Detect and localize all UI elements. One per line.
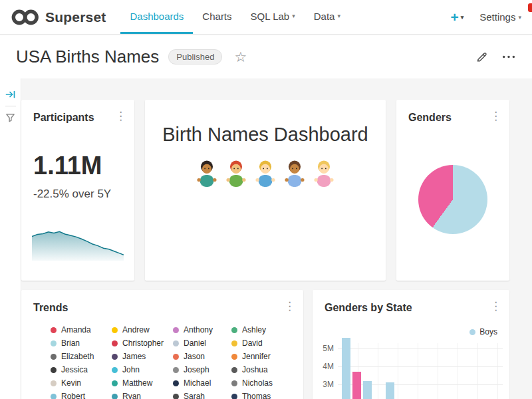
legend-item[interactable]: Ryan xyxy=(112,390,173,399)
state-bar xyxy=(363,381,372,399)
kebab-menu-icon[interactable]: ⋮ xyxy=(284,301,295,312)
legend-label: Boys xyxy=(479,327,497,336)
chevron-down-icon: ▾ xyxy=(292,13,295,19)
markdown-card: Birth Names Dashboard xyxy=(145,100,386,281)
legend-item[interactable]: David xyxy=(231,336,287,350)
legend-label: James xyxy=(122,352,146,361)
chart-title: Genders by State xyxy=(325,302,412,314)
legend-item[interactable]: Nicholas xyxy=(231,376,287,390)
y-tick: 4M xyxy=(319,362,334,371)
trend-subheader: -22.5% over 5Y xyxy=(33,188,111,201)
legend-item[interactable]: Jason xyxy=(173,350,231,363)
legend-item[interactable]: Michael xyxy=(173,376,231,390)
legend-item[interactable]: Daniel xyxy=(173,336,231,350)
trends-card: Trends ⋮ AmandaAndrewAnthonyAshleyBrianC… xyxy=(21,290,303,399)
legend-label: Jennifer xyxy=(242,352,271,361)
legend-label: Jessica xyxy=(61,365,88,374)
legend-label: Joshua xyxy=(242,365,268,374)
legend-dot xyxy=(173,340,179,346)
legend-item[interactable]: Sarah xyxy=(173,390,231,399)
top-navbar: Superset Dashboards Charts SQL Lab ▾ Dat… xyxy=(0,0,532,35)
markdown-title: Birth Names Dashboard xyxy=(145,124,386,146)
navbar-right: + ▾ Settings ▾ xyxy=(450,0,521,34)
legend-item[interactable]: Thomas xyxy=(231,390,287,399)
legend-dot xyxy=(51,354,57,360)
legend-dot xyxy=(51,394,57,399)
chart-title: Participants xyxy=(33,112,94,124)
legend-item[interactable]: Anthony xyxy=(173,323,231,336)
expand-filter-bar-icon[interactable] xyxy=(5,89,16,100)
legend-item[interactable]: Ashley xyxy=(231,323,287,336)
settings-label: Settings xyxy=(479,11,515,23)
state-bar xyxy=(386,382,394,399)
nav-label: SQL Lab xyxy=(251,11,290,22)
favorite-star-icon[interactable]: ☆ xyxy=(234,49,247,65)
legend-item[interactable]: Christopher xyxy=(112,336,173,350)
legend-item[interactable]: John xyxy=(112,363,173,376)
legend-label: Ashley xyxy=(242,325,266,334)
legend-dot xyxy=(112,340,118,346)
legend-label: Elizabeth xyxy=(61,352,94,361)
legend-item[interactable]: Robert xyxy=(51,390,112,399)
superset-infinity-icon xyxy=(11,8,40,27)
legend-label: Ryan xyxy=(122,392,141,399)
gridline xyxy=(338,366,503,367)
legend-item[interactable]: Andrew xyxy=(112,323,173,336)
legend-label: John xyxy=(122,365,140,374)
gridline xyxy=(398,343,398,399)
legend-item[interactable]: Jennifer xyxy=(231,350,287,363)
children-figures xyxy=(145,159,386,190)
main-nav: Dashboards Charts SQL Lab ▾ Data ▾ xyxy=(120,0,349,34)
kebab-menu-icon[interactable]: ⋮ xyxy=(490,301,501,312)
legend-label: Andrew xyxy=(122,325,150,334)
gridline xyxy=(438,343,438,399)
legend-item[interactable]: Elizabeth xyxy=(51,350,112,363)
big-number-value: 1.11M xyxy=(33,152,102,180)
edit-dashboard-icon[interactable] xyxy=(475,51,488,63)
gridline xyxy=(477,343,478,399)
legend-item[interactable]: Kevin xyxy=(51,376,112,390)
settings-menu[interactable]: Settings ▾ xyxy=(479,11,521,23)
legend-dot xyxy=(112,327,118,333)
legend-item[interactable]: Brian xyxy=(51,336,112,350)
kebab-menu-icon[interactable]: ⋮ xyxy=(115,110,126,122)
child-figure-icon xyxy=(282,159,307,190)
filter-icon[interactable] xyxy=(5,112,15,122)
child-figure-icon xyxy=(311,159,336,190)
legend-label: Brian xyxy=(61,338,80,348)
legend-dot xyxy=(112,367,118,373)
legend-item[interactable]: Jessica xyxy=(51,363,112,376)
legend-dot xyxy=(173,367,179,373)
nav-dashboards[interactable]: Dashboards xyxy=(120,0,193,34)
legend-label: Anthony xyxy=(184,325,213,334)
legend-item[interactable]: Joseph xyxy=(173,363,231,376)
legend-label: Nicholas xyxy=(242,378,273,388)
legend-item[interactable]: Amanda xyxy=(51,323,112,336)
nav-charts[interactable]: Charts xyxy=(193,0,241,34)
legend-label: Robert xyxy=(61,392,85,399)
gridline xyxy=(458,343,458,399)
new-item-button[interactable]: + ▾ xyxy=(450,9,464,25)
nav-label: Charts xyxy=(202,11,231,22)
legend-dot xyxy=(173,354,179,360)
legend-item[interactable]: James xyxy=(112,350,173,363)
nav-data[interactable]: Data ▾ xyxy=(305,0,350,34)
kebab-menu-icon[interactable]: ⋮ xyxy=(490,110,501,122)
legend-item[interactable]: Joshua xyxy=(231,363,287,376)
legend-item[interactable]: Matthew xyxy=(112,376,173,390)
child-figure-icon xyxy=(223,159,249,190)
nav-label: Dashboards xyxy=(130,11,184,22)
superset-dashboard-page: Superset Dashboards Charts SQL Lab ▾ Dat… xyxy=(0,0,532,399)
boys-legend[interactable]: Boys xyxy=(469,327,497,336)
superset-logo[interactable]: Superset xyxy=(11,0,106,34)
trends-legend: AmandaAndrewAnthonyAshleyBrianChristophe… xyxy=(51,323,287,399)
legend-label: Joseph xyxy=(184,365,209,374)
legend-label: Jason xyxy=(184,352,205,361)
legend-label: Kevin xyxy=(61,378,81,388)
published-badge[interactable]: Published xyxy=(168,49,222,65)
legend-label: David xyxy=(242,338,263,348)
child-figure-icon xyxy=(194,159,219,190)
participants-sparkline xyxy=(32,226,124,261)
more-actions-icon[interactable] xyxy=(501,51,516,63)
nav-sql-lab[interactable]: SQL Lab ▾ xyxy=(241,0,305,34)
